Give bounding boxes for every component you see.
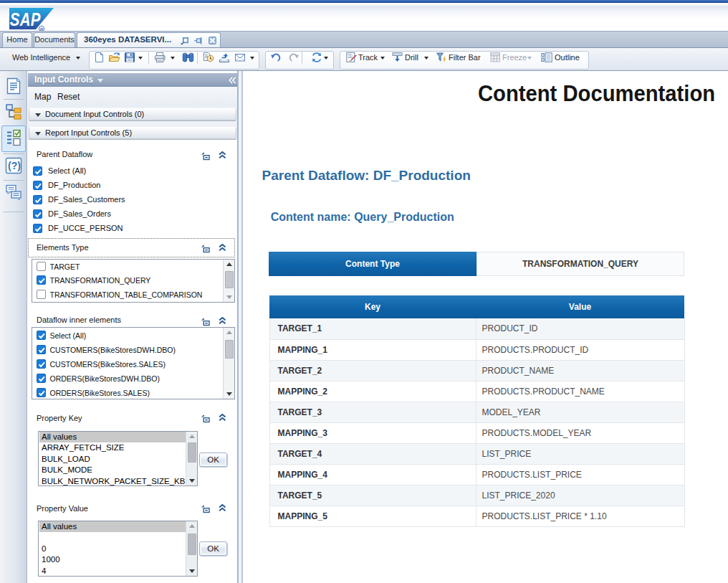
svg-text:(?): (?) — [8, 160, 21, 171]
svg-text:SAP: SAP — [10, 9, 41, 29]
